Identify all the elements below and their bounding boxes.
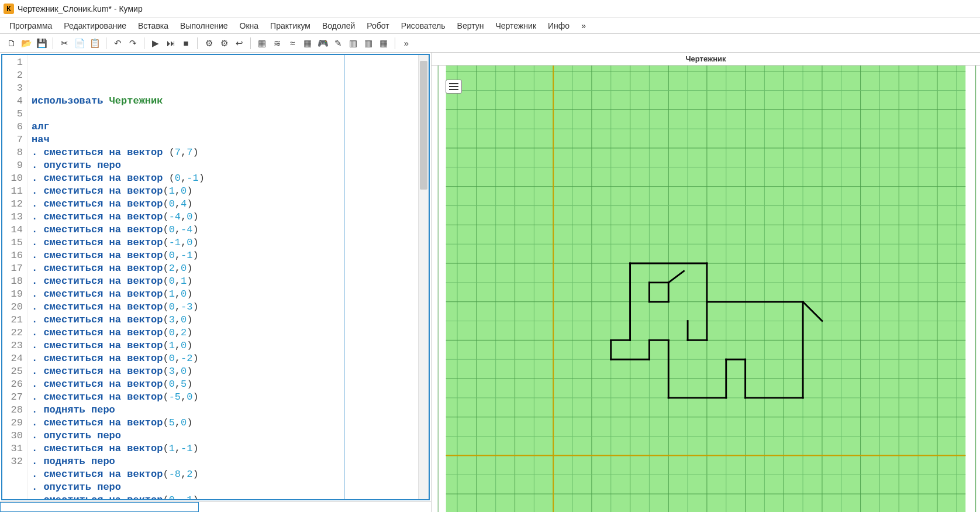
status-strip (0, 501, 431, 512)
code-line-2[interactable] (32, 108, 415, 121)
code-line-27[interactable]: . опустить перо (32, 429, 415, 442)
window-title: Чертежник_Слоник.kum* - Кумир (18, 4, 143, 13)
toolbar-t1-icon[interactable]: ⚙ (202, 37, 215, 50)
menu-Практикум[interactable]: Практикум (265, 19, 315, 33)
toolbar-t2-icon[interactable]: ⚙ (218, 37, 230, 50)
toolbar-g4-icon[interactable]: ▦ (301, 37, 314, 50)
svg-rect-0 (446, 66, 966, 512)
menu-Окна[interactable]: Окна (235, 19, 264, 33)
menubar: ПрограммаРедактированиеВставкаВыполнение… (0, 18, 980, 34)
menu-Инфо[interactable]: Инфо (543, 19, 574, 33)
code-line-30[interactable]: . сместиться на вектор(-8,2) (32, 468, 415, 481)
code-line-8[interactable]: . сместиться на вектор(1,0) (32, 185, 415, 198)
toolbar-g1-icon[interactable]: ▦ (256, 37, 268, 50)
code-line-4[interactable]: нач (32, 133, 415, 146)
menu-Редактирование[interactable]: Редактирование (59, 19, 131, 33)
code-line-21[interactable]: . сместиться на вектор(0,-2) (32, 352, 415, 365)
menu-Выполнение[interactable]: Выполнение (175, 19, 232, 33)
editor-split-divider[interactable] (344, 55, 344, 499)
code-line-13[interactable]: . сместиться на вектор(0,-1) (32, 249, 415, 262)
menu-Робот[interactable]: Робот (362, 19, 394, 33)
menu-Вставка[interactable]: Вставка (133, 19, 173, 33)
line-gutter: 1234567891011121314151617181920212223242… (2, 55, 28, 499)
app-icon: К (4, 4, 14, 14)
menu-Программа[interactable]: Программа (5, 19, 57, 33)
code-line-17[interactable]: . сместиться на вектор(0,-3) (32, 301, 415, 314)
toolbar-more-icon[interactable]: » (400, 37, 413, 50)
code-line-11[interactable]: . сместиться на вектор(0,-4) (32, 224, 415, 236)
code-line-6[interactable]: . опустить перо (32, 159, 415, 172)
menu-Чертежник[interactable]: Чертежник (491, 19, 541, 33)
toolbar-paste-icon[interactable]: 📋 (88, 37, 101, 50)
code-line-25[interactable]: . поднять перо (32, 404, 415, 417)
code-line-28[interactable]: . сместиться на вектор(1,-1) (32, 442, 415, 455)
code-line-19[interactable]: . сместиться на вектор(0,2) (32, 327, 415, 339)
code-line-15[interactable]: . сместиться на вектор(0,1) (32, 275, 415, 288)
drawing-canvas[interactable] (432, 66, 980, 512)
toolbar-g8-icon[interactable]: ▥ (362, 37, 375, 50)
drawing-panel-title: Чертежник (432, 53, 980, 66)
toolbar-undo-icon[interactable]: ↶ (111, 37, 124, 50)
code-line-23[interactable]: . сместиться на вектор(0,5) (32, 378, 415, 391)
code-line-22[interactable]: . сместиться на вектор(3,0) (32, 365, 415, 378)
code-line-20[interactable]: . сместиться на вектор(1,0) (32, 339, 415, 352)
titlebar: К Чертежник_Слоник.kum* - Кумир (0, 0, 980, 18)
toolbar: 🗋📂💾✂📄📋↶↷▶⏭■⚙⚙↩▦≋≈▦🎮✎▥▥▦» (0, 34, 980, 53)
toolbar-g7-icon[interactable]: ▥ (347, 37, 360, 50)
scrollbar-thumb[interactable] (420, 61, 427, 190)
toolbar-step-icon[interactable]: ⏭ (164, 37, 177, 50)
toolbar-redo-icon[interactable]: ↷ (126, 37, 139, 50)
drawing-svg (432, 66, 980, 512)
canvas-menu-button[interactable] (446, 80, 462, 94)
toolbar-open-icon[interactable]: 📂 (20, 37, 33, 50)
code-line-3[interactable]: алг (32, 121, 415, 133)
menu-Вертун[interactable]: Вертун (453, 19, 489, 33)
menu-Водолей[interactable]: Водолей (318, 19, 360, 33)
code-line-12[interactable]: . сместиться на вектор(-1,0) (32, 236, 415, 249)
toolbar-new-icon[interactable]: 🗋 (5, 37, 18, 50)
code-line-32[interactable]: . сместиться на вектор(0,-1) (32, 494, 415, 500)
editor-pane: 1234567891011121314151617181920212223242… (0, 53, 432, 512)
toolbar-cut-icon[interactable]: ✂ (58, 37, 71, 50)
toolbar-copy-icon[interactable]: 📄 (73, 37, 86, 50)
menu-Рисователь[interactable]: Рисователь (396, 19, 450, 33)
toolbar-stop-icon[interactable]: ■ (180, 37, 192, 50)
status-active-tab[interactable] (0, 502, 199, 512)
toolbar-save-icon[interactable]: 💾 (35, 37, 48, 50)
code-line-26[interactable]: . сместиться на вектор(5,0) (32, 417, 415, 429)
toolbar-g3-icon[interactable]: ≈ (286, 37, 299, 50)
toolbar-t3-icon[interactable]: ↩ (233, 37, 246, 50)
code-line-9[interactable]: . сместиться на вектор(0,4) (32, 198, 415, 211)
code-line-7[interactable]: . сместиться на вектор (0,-1) (32, 172, 415, 185)
code-line-5[interactable]: . сместиться на вектор (7,7) (32, 146, 415, 159)
code-editor[interactable]: 1234567891011121314151617181920212223242… (1, 54, 430, 500)
code-line-18[interactable]: . сместиться на вектор(3,0) (32, 314, 415, 327)
drawing-pane: Чертежник (432, 53, 980, 512)
code-line-16[interactable]: . сместиться на вектор(1,0) (32, 288, 415, 301)
code-line-1[interactable]: использовать Чертежник (32, 95, 415, 108)
menu-»[interactable]: » (577, 19, 591, 33)
code-line-14[interactable]: . сместиться на вектор(2,0) (32, 262, 415, 275)
code-line-31[interactable]: . опустить перо (32, 481, 415, 494)
vertical-scrollbar[interactable] (418, 55, 429, 499)
toolbar-g2-icon[interactable]: ≋ (271, 37, 284, 50)
toolbar-g9-icon[interactable]: ▦ (377, 37, 390, 50)
code-line-29[interactable]: . поднять перо (32, 455, 415, 468)
toolbar-g6-icon[interactable]: ✎ (332, 37, 344, 50)
code-line-10[interactable]: . сместиться на вектор(-4,0) (32, 211, 415, 224)
code-line-24[interactable]: . сместиться на вектор(-5,0) (32, 391, 415, 404)
toolbar-run-icon[interactable]: ▶ (149, 37, 162, 50)
code-area[interactable]: использовать Чертежник алгнач. сместитьс… (28, 55, 418, 499)
toolbar-g5-icon[interactable]: 🎮 (316, 37, 329, 50)
